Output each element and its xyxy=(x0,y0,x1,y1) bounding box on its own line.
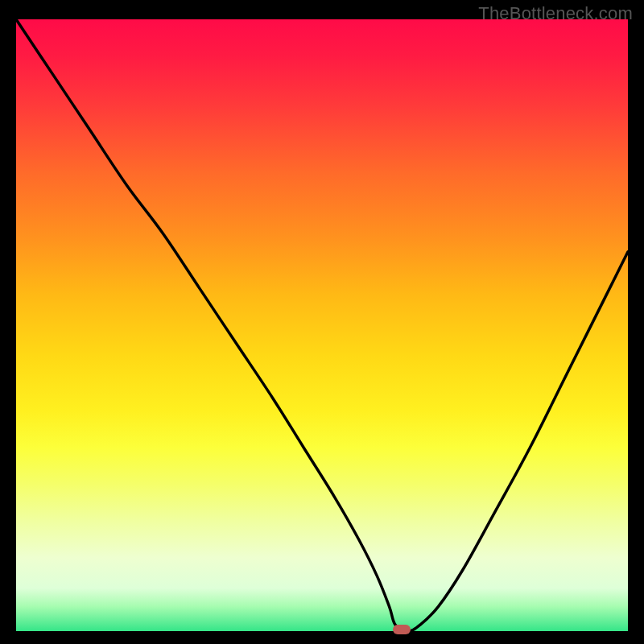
watermark-text: TheBottleneck.com xyxy=(478,3,633,24)
minimum-marker xyxy=(393,625,411,634)
bottleneck-curve xyxy=(16,19,628,631)
bottleneck-curve-path xyxy=(16,19,628,631)
plot-area xyxy=(16,19,628,631)
chart-frame: TheBottleneck.com xyxy=(0,0,644,644)
